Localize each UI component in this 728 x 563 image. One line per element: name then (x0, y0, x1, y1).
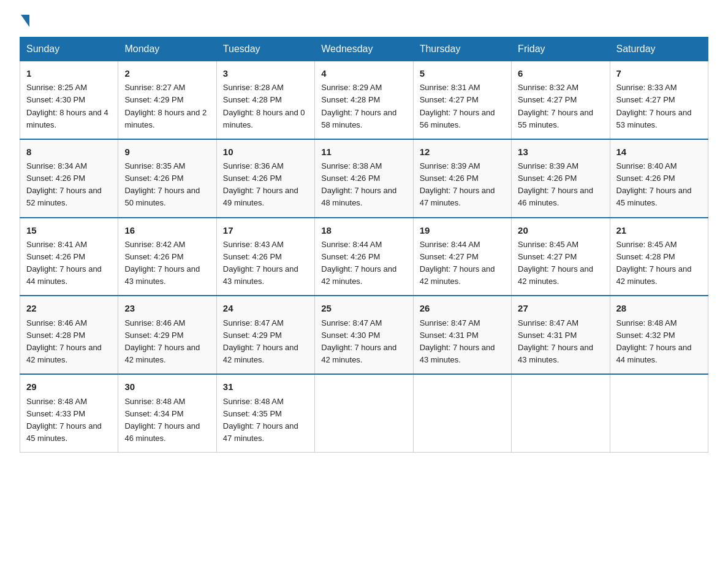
daylight-info: Daylight: 7 hours and 46 minutes. (124, 420, 210, 445)
daylight-info: Daylight: 7 hours and 43 minutes. (223, 263, 308, 288)
daylight-info: Daylight: 7 hours and 44 minutes. (616, 342, 702, 366)
sunset-info: Sunset: 4:27 PM (616, 94, 702, 106)
calendar-cell: 18Sunrise: 8:44 AMSunset: 4:26 PMDayligh… (315, 218, 413, 296)
day-number: 26 (420, 301, 505, 315)
calendar-cell (610, 374, 708, 452)
day-number: 27 (518, 301, 603, 315)
calendar-cell: 16Sunrise: 8:42 AMSunset: 4:26 PMDayligh… (118, 218, 216, 296)
calendar-cell (512, 374, 610, 452)
calendar-cell: 17Sunrise: 8:43 AMSunset: 4:26 PMDayligh… (216, 218, 314, 296)
sunrise-info: Sunrise: 8:34 AM (26, 160, 112, 172)
sunrise-info: Sunrise: 8:39 AM (518, 160, 603, 172)
day-number: 2 (124, 66, 210, 80)
calendar-cell: 4Sunrise: 8:29 AMSunset: 4:28 PMDaylight… (315, 61, 413, 139)
sunset-info: Sunset: 4:26 PM (223, 172, 308, 185)
daylight-info: Daylight: 7 hours and 42 minutes. (321, 263, 406, 288)
calendar-cell: 24Sunrise: 8:47 AMSunset: 4:29 PMDayligh… (216, 296, 314, 374)
sunset-info: Sunset: 4:26 PM (321, 172, 406, 185)
calendar-week-row: 1Sunrise: 8:25 AMSunset: 4:30 PMDaylight… (20, 61, 708, 139)
day-number: 5 (420, 66, 505, 80)
calendar-cell: 28Sunrise: 8:48 AMSunset: 4:32 PMDayligh… (610, 296, 708, 374)
day-number: 31 (223, 380, 308, 394)
calendar-cell: 7Sunrise: 8:33 AMSunset: 4:27 PMDaylight… (610, 61, 708, 139)
header-monday: Monday (118, 37, 216, 61)
sunrise-info: Sunrise: 8:45 AM (616, 239, 702, 251)
day-number: 8 (26, 145, 112, 159)
calendar-cell: 29Sunrise: 8:48 AMSunset: 4:33 PMDayligh… (20, 374, 118, 452)
calendar-cell: 20Sunrise: 8:45 AMSunset: 4:27 PMDayligh… (512, 218, 610, 296)
sunset-info: Sunset: 4:26 PM (26, 172, 112, 185)
sunset-info: Sunset: 4:29 PM (223, 329, 308, 342)
daylight-info: Daylight: 7 hours and 42 minutes. (26, 342, 112, 366)
sunrise-info: Sunrise: 8:48 AM (26, 396, 112, 408)
sunset-info: Sunset: 4:27 PM (420, 94, 505, 106)
sunrise-info: Sunrise: 8:47 AM (321, 317, 406, 329)
sunset-info: Sunset: 4:26 PM (124, 251, 210, 263)
sunset-info: Sunset: 4:33 PM (26, 408, 112, 420)
sunrise-info: Sunrise: 8:25 AM (26, 82, 112, 94)
daylight-info: Daylight: 7 hours and 50 minutes. (124, 185, 210, 209)
day-number: 19 (420, 223, 505, 237)
sunset-info: Sunset: 4:32 PM (616, 329, 702, 342)
header-thursday: Thursday (413, 37, 511, 61)
daylight-info: Daylight: 7 hours and 43 minutes. (420, 342, 505, 366)
calendar-cell: 14Sunrise: 8:40 AMSunset: 4:26 PMDayligh… (610, 139, 708, 218)
sunrise-info: Sunrise: 8:38 AM (321, 160, 406, 172)
daylight-info: Daylight: 7 hours and 42 minutes. (321, 342, 406, 366)
calendar-cell: 8Sunrise: 8:34 AMSunset: 4:26 PMDaylight… (20, 139, 118, 218)
sunset-info: Sunset: 4:28 PM (321, 94, 406, 106)
day-number: 12 (420, 145, 505, 159)
daylight-info: Daylight: 8 hours and 2 minutes. (124, 107, 210, 131)
header-friday: Friday (512, 37, 610, 61)
daylight-info: Daylight: 7 hours and 44 minutes. (26, 263, 112, 288)
day-number: 15 (26, 223, 112, 237)
calendar-week-row: 22Sunrise: 8:46 AMSunset: 4:28 PMDayligh… (20, 296, 708, 374)
header-wednesday: Wednesday (315, 37, 413, 61)
sunset-info: Sunset: 4:26 PM (321, 251, 406, 263)
day-number: 6 (518, 66, 603, 80)
daylight-info: Daylight: 7 hours and 42 minutes. (420, 263, 505, 288)
sunset-info: Sunset: 4:26 PM (223, 251, 308, 263)
calendar-cell: 26Sunrise: 8:47 AMSunset: 4:31 PMDayligh… (413, 296, 511, 374)
calendar-cell: 5Sunrise: 8:31 AMSunset: 4:27 PMDaylight… (413, 61, 511, 139)
logo (20, 15, 29, 26)
calendar-week-row: 29Sunrise: 8:48 AMSunset: 4:33 PMDayligh… (20, 374, 708, 452)
calendar-cell: 13Sunrise: 8:39 AMSunset: 4:26 PMDayligh… (512, 139, 610, 218)
day-number: 29 (26, 380, 112, 394)
sunrise-info: Sunrise: 8:42 AM (124, 239, 210, 251)
calendar-week-row: 15Sunrise: 8:41 AMSunset: 4:26 PMDayligh… (20, 218, 708, 296)
calendar-cell: 19Sunrise: 8:44 AMSunset: 4:27 PMDayligh… (413, 218, 511, 296)
sunrise-info: Sunrise: 8:27 AM (124, 82, 210, 94)
sunrise-info: Sunrise: 8:46 AM (124, 317, 210, 329)
calendar-table: SundayMondayTuesdayWednesdayThursdayFrid… (20, 37, 708, 453)
day-number: 14 (616, 145, 702, 159)
sunrise-info: Sunrise: 8:31 AM (420, 82, 505, 94)
sunset-info: Sunset: 4:29 PM (124, 329, 210, 342)
calendar-header-row: SundayMondayTuesdayWednesdayThursdayFrid… (20, 37, 708, 61)
calendar-week-row: 8Sunrise: 8:34 AMSunset: 4:26 PMDaylight… (20, 139, 708, 218)
daylight-info: Daylight: 7 hours and 48 minutes. (321, 185, 406, 209)
sunset-info: Sunset: 4:26 PM (124, 172, 210, 185)
sunrise-info: Sunrise: 8:41 AM (26, 239, 112, 251)
daylight-info: Daylight: 7 hours and 42 minutes. (124, 342, 210, 366)
daylight-info: Daylight: 7 hours and 53 minutes. (616, 107, 702, 131)
sunrise-info: Sunrise: 8:28 AM (223, 82, 308, 94)
calendar-cell: 1Sunrise: 8:25 AMSunset: 4:30 PMDaylight… (20, 61, 118, 139)
day-number: 13 (518, 145, 603, 159)
day-number: 7 (616, 66, 702, 80)
sunrise-info: Sunrise: 8:36 AM (223, 160, 308, 172)
sunset-info: Sunset: 4:28 PM (223, 94, 308, 106)
calendar-cell: 25Sunrise: 8:47 AMSunset: 4:30 PMDayligh… (315, 296, 413, 374)
calendar-cell: 30Sunrise: 8:48 AMSunset: 4:34 PMDayligh… (118, 374, 216, 452)
calendar-cell: 10Sunrise: 8:36 AMSunset: 4:26 PMDayligh… (216, 139, 314, 218)
day-number: 21 (616, 223, 702, 237)
daylight-info: Daylight: 7 hours and 43 minutes. (518, 342, 603, 366)
day-number: 23 (124, 301, 210, 315)
sunrise-info: Sunrise: 8:35 AM (124, 160, 210, 172)
sunset-info: Sunset: 4:28 PM (616, 251, 702, 263)
calendar-cell: 6Sunrise: 8:32 AMSunset: 4:27 PMDaylight… (512, 61, 610, 139)
calendar-cell: 3Sunrise: 8:28 AMSunset: 4:28 PMDaylight… (216, 61, 314, 139)
daylight-info: Daylight: 7 hours and 42 minutes. (616, 263, 702, 288)
day-number: 9 (124, 145, 210, 159)
day-number: 30 (124, 380, 210, 394)
